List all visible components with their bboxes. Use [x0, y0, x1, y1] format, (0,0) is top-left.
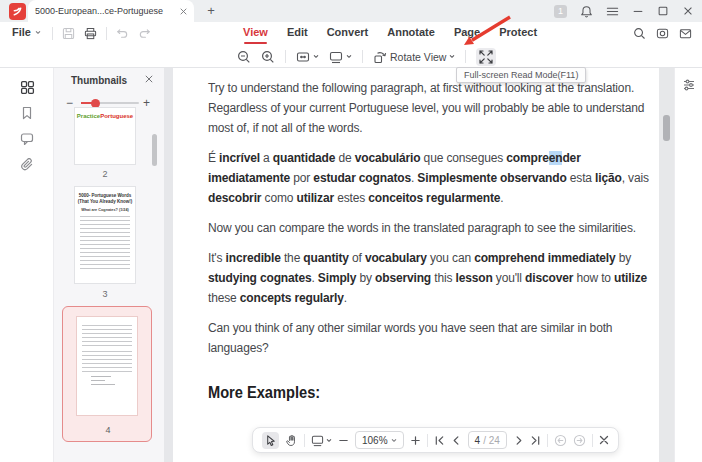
thumbnail-page-image — [76, 316, 138, 416]
undo-button[interactable] — [116, 27, 129, 40]
rotate-view-button[interactable]: Rotate View — [373, 50, 455, 64]
cursor-icon — [264, 434, 277, 447]
slider-plus-button[interactable]: + — [143, 96, 150, 110]
next-page-button[interactable] — [513, 435, 524, 446]
thumbnail-page-2[interactable]: PracticePortuguese — [74, 107, 136, 165]
document-scrollbar-thumb[interactable] — [663, 115, 670, 141]
close-icon[interactable] — [682, 5, 694, 17]
chevron-down-icon — [313, 54, 319, 59]
left-rail — [0, 68, 54, 462]
thumbnails-panel-icon[interactable] — [0, 74, 54, 100]
mail-icon[interactable] — [679, 27, 692, 40]
select-tool-button[interactable] — [262, 432, 279, 449]
document-scrollbar[interactable] — [659, 68, 674, 462]
hand-icon — [285, 434, 298, 447]
fullscreen-icon — [479, 50, 493, 64]
tab-close-icon[interactable] — [180, 8, 187, 15]
rotate-view-label: Rotate View — [390, 51, 446, 63]
panel-splitter[interactable] — [164, 68, 173, 462]
menu-view[interactable]: View — [243, 26, 268, 38]
chevron-down-icon — [326, 438, 332, 443]
new-tab-button[interactable]: + — [202, 2, 220, 20]
save-button[interactable] — [62, 27, 75, 40]
document-page: Try to understand the following paragrap… — [173, 68, 659, 462]
panel-title: Thumbnails — [71, 75, 127, 86]
zoom-level-value: 106% — [362, 435, 388, 446]
thumbnail-page-4-selected[interactable]: 4 — [62, 306, 152, 442]
zoom-out-button[interactable] — [237, 50, 251, 64]
menu-row: File View Edit Convert Annotate Page — [0, 22, 702, 46]
properties-sliders-icon[interactable] — [675, 72, 702, 98]
zoom-in-button[interactable] — [261, 50, 275, 64]
print-button[interactable] — [84, 27, 97, 40]
page-number-input[interactable]: 4 / 24 — [468, 431, 507, 449]
chevron-down-icon — [346, 54, 352, 59]
thumbnail-page-3[interactable]: 5000- Portuguese Words(That You Already … — [74, 186, 136, 284]
minimize-icon[interactable] — [632, 5, 644, 17]
thumbnail-logo: PracticePortuguese — [75, 113, 135, 119]
page-fit-dropdown[interactable] — [296, 50, 319, 64]
tool-row: Rotate View — [0, 46, 702, 68]
panel-scrollbar-thumb[interactable] — [152, 134, 157, 166]
previous-view-button[interactable] — [554, 434, 567, 447]
titlebar: 5000-European...ce-Portuguese + 1 — [0, 0, 702, 22]
total-pages-label: / 24 — [483, 435, 500, 446]
close-toolbar-button[interactable] — [599, 435, 609, 445]
maximize-icon[interactable] — [657, 5, 669, 17]
zoom-decrease-button[interactable] — [338, 435, 349, 446]
page-view-dropdown[interactable] — [329, 50, 352, 64]
app-logo-icon — [9, 3, 26, 20]
zoom-level-dropdown[interactable]: 106% — [355, 431, 404, 449]
zoom-increase-button[interactable] — [410, 435, 421, 446]
right-rail — [674, 68, 702, 462]
redo-button[interactable] — [138, 27, 151, 40]
current-page-value: 4 — [475, 435, 481, 446]
chevron-down-icon — [35, 30, 41, 35]
thumbnail-page-number: 3 — [74, 289, 136, 299]
menu-annotate[interactable]: Annotate — [387, 26, 435, 38]
bell-icon[interactable] — [580, 5, 593, 18]
next-view-button[interactable] — [573, 434, 586, 447]
menu-convert[interactable]: Convert — [327, 26, 369, 38]
comment-panel-icon[interactable] — [0, 126, 54, 152]
divider — [547, 434, 548, 447]
previous-page-button[interactable] — [451, 435, 462, 446]
chevron-down-icon — [449, 54, 455, 59]
menu-edit[interactable]: Edit — [287, 26, 308, 38]
attachment-panel-icon[interactable] — [0, 152, 54, 178]
file-menu-label: File — [12, 26, 31, 38]
view-mode-dropdown[interactable] — [311, 434, 332, 447]
paragraph: Try to understand the following paragrap… — [208, 78, 659, 138]
divider — [52, 27, 53, 40]
tooltip: Full-screen Read Mode(F11) — [456, 67, 586, 83]
thumbnail-page-number: 2 — [74, 169, 136, 179]
thumbnail-page-number: 4 — [63, 425, 153, 435]
divider — [362, 50, 363, 63]
floating-toolbar: 106% 4 / 24 — [252, 427, 619, 453]
hand-tool-button[interactable] — [285, 434, 298, 447]
paragraph: Now you can compare the words in the tra… — [208, 218, 659, 238]
divider — [106, 27, 107, 40]
hamburger-menu-icon[interactable] — [606, 5, 619, 18]
document-tab[interactable]: 5000-European...ce-Portuguese — [28, 0, 194, 22]
bookmark-panel-icon[interactable] — [0, 100, 54, 126]
divider — [285, 50, 286, 63]
file-menu[interactable]: File — [12, 26, 41, 38]
paragraph: Can you think of any other similar words… — [208, 318, 659, 358]
chevron-down-icon — [391, 438, 397, 443]
fullscreen-read-mode-button[interactable] — [476, 48, 496, 66]
paragraph-portuguese: É incrível a quantidade de vocabulário q… — [208, 148, 659, 208]
slider-minus-button[interactable]: − — [66, 96, 73, 110]
divider — [592, 434, 593, 447]
paragraph-english: It's incredible the quantity of vocabula… — [208, 248, 659, 308]
last-page-button[interactable] — [530, 435, 541, 446]
first-page-button[interactable] — [434, 435, 445, 446]
divider — [304, 434, 305, 447]
search-icon[interactable] — [633, 27, 646, 40]
notification-badge: 1 — [554, 5, 567, 18]
app-window: 5000-European...ce-Portuguese + 1 — [0, 0, 702, 462]
divider — [465, 50, 466, 63]
slider-track[interactable] — [81, 102, 139, 104]
capture-icon[interactable] — [656, 27, 669, 40]
panel-close-icon[interactable] — [145, 75, 153, 83]
